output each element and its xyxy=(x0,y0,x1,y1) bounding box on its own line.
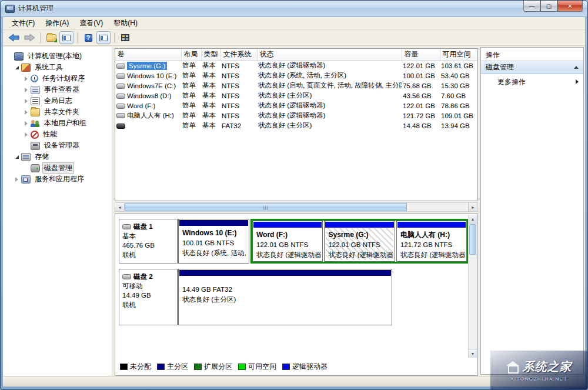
disk-1-info[interactable]: 磁盘 1 基本 465.76 GB 联机 xyxy=(119,219,178,264)
forward-arrow-icon xyxy=(24,34,35,41)
legend-primary: 主分区 xyxy=(157,362,188,372)
vertical-scrollbar[interactable]: ▲ ▼ xyxy=(468,215,477,358)
column-header-type[interactable]: 类型 xyxy=(201,49,220,61)
column-header-capacity[interactable]: 容量 xyxy=(402,49,440,61)
volume-icon xyxy=(116,64,125,69)
tree-item-system-tools[interactable]: 系统工具 xyxy=(5,62,111,73)
expander-icon[interactable] xyxy=(22,110,31,115)
toolbar: ? xyxy=(3,30,585,46)
volume-row-word[interactable]: Word (F:) 简单基本NTFS 状态良好 (逻辑驱动器)122.01 GB… xyxy=(115,101,477,111)
scrollbar-thumb[interactable] xyxy=(469,224,476,255)
tree-item-device-manager[interactable]: 设备管理器 xyxy=(5,140,111,151)
folder-icon xyxy=(46,34,56,42)
watermark-subtitle: XITONGZHIJIA.NET xyxy=(510,376,567,382)
menu-view[interactable]: 查看(V) xyxy=(74,16,108,30)
disk-2-info[interactable]: 磁盘 2 可移动 14.49 GB 联机 xyxy=(119,269,178,325)
primary-partition-bar xyxy=(179,270,391,276)
volume-icon xyxy=(116,84,125,89)
legend-swatch xyxy=(194,364,202,370)
tree-item-services-applications[interactable]: 服务和应用程序 xyxy=(5,174,111,185)
maximize-button[interactable]: ▢ xyxy=(540,1,557,12)
partition-word-f[interactable]: Word (F:) 122.01 GB NTFS 状态良好 (逻辑驱动器 xyxy=(252,221,323,262)
menu-bar: 文件(F) 操作(A) 查看(V) 帮助(H) xyxy=(3,17,585,30)
disk-management-view: 卷 布局 类型 文件系统 状态 容量 可用空间 Sysrme (G:) 简单基本… xyxy=(112,47,479,376)
column-header-free-space[interactable]: 可用空间 xyxy=(440,49,477,61)
services-icon xyxy=(21,175,31,184)
column-header-status[interactable]: 状态 xyxy=(257,49,402,61)
back-button[interactable] xyxy=(7,31,21,44)
column-header-layout[interactable]: 布局 xyxy=(181,49,201,61)
scroll-left-icon[interactable]: ◄ xyxy=(115,203,125,211)
expander-icon[interactable] xyxy=(22,121,31,126)
toolbar-separator xyxy=(40,32,41,43)
close-button[interactable]: ✕ xyxy=(557,1,583,12)
menu-file[interactable]: 文件(F) xyxy=(6,16,40,30)
console-options-button[interactable] xyxy=(118,31,132,44)
show-console-tree-button[interactable] xyxy=(59,31,74,44)
toolbar-separator xyxy=(114,32,115,43)
horizontal-scrollbar[interactable]: ◄ ||| ► xyxy=(115,202,478,212)
help-icon: ? xyxy=(85,34,92,42)
disk-icon xyxy=(122,224,131,229)
actions-section-disk-management[interactable]: 磁盘管理 xyxy=(481,61,583,74)
panel-icon xyxy=(99,35,108,41)
tree-item-disk-management[interactable]: 磁盘管理 xyxy=(5,162,111,174)
expander-icon[interactable] xyxy=(22,76,31,81)
volume-row-sysrme[interactable]: Sysrme (G:) 简单基本NTFS 状态良好 (逻辑驱动器)122.01 … xyxy=(115,61,477,71)
expander-icon[interactable] xyxy=(22,99,31,104)
tree-item-local-users-groups[interactable]: 本地用户和组 xyxy=(5,118,111,129)
legend-logical-drive: 逻辑驱动器 xyxy=(282,362,328,372)
disk-icon xyxy=(122,274,131,279)
volume-icon xyxy=(116,104,125,109)
column-header-filesystem[interactable]: 文件系统 xyxy=(220,49,257,61)
column-header-volume[interactable]: 卷 xyxy=(115,49,181,61)
partition-diannao-h[interactable]: 电脑人人有 (H:) 121.72 GB NTFS 状态良好 (逻辑驱动器 xyxy=(396,221,467,262)
volume-row-diannao[interactable]: 电脑人人有 (H:) 简单基本NTFS 状态良好 (逻辑驱动器)121.72 G… xyxy=(115,111,477,121)
tree-item-task-scheduler[interactable]: 任务计划程序 xyxy=(5,73,111,84)
legend-extended: 扩展分区 xyxy=(194,362,232,372)
partition-windows10-e[interactable]: Windows 10 (E:) 100.01 GB NTFS 状态良好 (系统,… xyxy=(178,219,249,264)
legend-swatch xyxy=(282,364,290,370)
expander-icon[interactable] xyxy=(22,88,31,92)
show-action-pane-button[interactable] xyxy=(96,31,111,44)
scroll-right-icon[interactable]: ► xyxy=(468,203,477,211)
open-button[interactable] xyxy=(44,31,58,44)
tree-item-global-log[interactable]: 全局日志 xyxy=(5,95,111,106)
scrollbar-track[interactable] xyxy=(407,203,468,211)
actions-pane-title: 操作 xyxy=(481,48,583,61)
volume-row-windows10[interactable]: Windows 10 (E:) 简单基本NTFS 状态良好 (系统, 活动, 主… xyxy=(115,71,477,81)
computer-management-window: 计算机管理 — ▢ ✕ 文件(F) 操作(A) 查看(V) 帮助(H) ? xyxy=(0,0,588,390)
volume-row-unnamed[interactable]: 简单基本FAT32 状态良好 (主分区)14.48 GB13.94 GB xyxy=(115,121,477,131)
menu-help[interactable]: 帮助(H) xyxy=(108,16,143,30)
volume-list: 卷 布局 类型 文件系统 状态 容量 可用空间 Sysrme (G:) 简单基本… xyxy=(115,48,478,201)
scrollbar-thumb[interactable]: ||| xyxy=(125,203,407,211)
tree-item-shared-folders[interactable]: 共享文件夹 xyxy=(5,106,111,118)
volume-icon xyxy=(116,124,125,129)
menu-action[interactable]: 操作(A) xyxy=(40,16,74,30)
volume-row-windows8[interactable]: Windows8 (D:) 简单基本NTFS 状态良好 (主分区)43.56 G… xyxy=(115,91,477,101)
help-button[interactable]: ? xyxy=(81,31,95,44)
scroll-down-icon[interactable]: ▼ xyxy=(469,349,477,358)
disk-1-row: 磁盘 1 基本 465.76 GB 联机 Windows 10 (E:) 100… xyxy=(119,219,466,264)
tree-item-performance[interactable]: 性能 xyxy=(5,129,111,140)
collapse-icon[interactable] xyxy=(574,66,579,69)
tree-item-event-viewer[interactable]: 事件查看器 xyxy=(5,84,111,95)
tree-item-storage[interactable]: 存储 xyxy=(5,151,111,162)
tree-root[interactable]: 计算机管理(本地) xyxy=(5,51,111,62)
partition-fat32[interactable]: 14.49 GB FAT32 状态良好 (主分区) xyxy=(178,269,392,325)
legend-free-space: 可用空间 xyxy=(238,362,276,372)
volume-row-windows7e[interactable]: Windows7E (C:) 简单基本NTFS 状态良好 (启动, 页面文件, … xyxy=(115,81,477,91)
disk-size: 14.49 GB xyxy=(122,291,174,300)
more-actions-item[interactable]: 更多操作 xyxy=(481,74,583,89)
expander-icon[interactable] xyxy=(12,177,21,182)
expander-icon[interactable] xyxy=(22,132,31,137)
expander-icon[interactable] xyxy=(12,155,21,159)
graphical-view: 磁盘 1 基本 465.76 GB 联机 Windows 10 (E:) 100… xyxy=(115,214,478,376)
minimize-button[interactable]: — xyxy=(523,1,540,12)
tools-icon xyxy=(21,64,31,72)
scroll-up-icon[interactable]: ▲ xyxy=(469,215,477,224)
titlebar[interactable]: 计算机管理 — ▢ ✕ xyxy=(1,1,587,16)
expander-icon[interactable] xyxy=(12,66,21,69)
partition-sysrme-g[interactable]: Sysrme (G:) 122.01 GB NTFS 状态良好 (逻辑驱动器) xyxy=(324,221,395,262)
forward-button[interactable] xyxy=(22,31,36,44)
